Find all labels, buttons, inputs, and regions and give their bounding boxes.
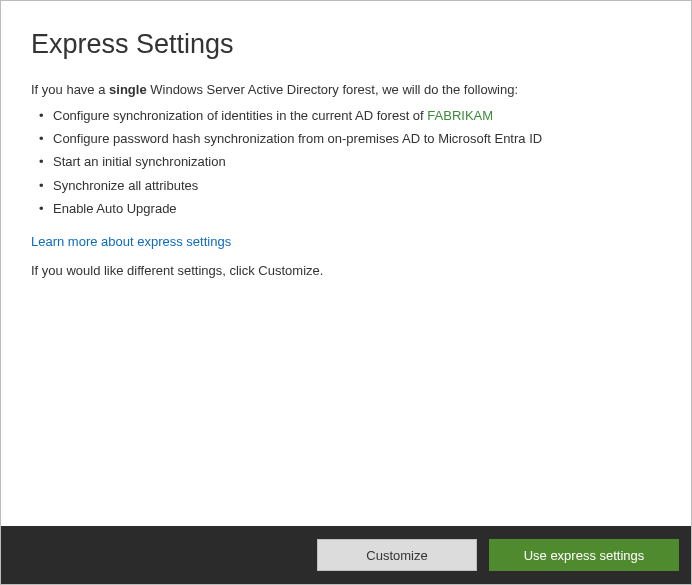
list-item: Configure synchronization of identities …	[39, 107, 659, 125]
intro-text: If you have a single Windows Server Acti…	[31, 82, 659, 97]
footer-bar: Customize Use express settings	[1, 526, 691, 584]
learn-more-link[interactable]: Learn more about express settings	[31, 234, 231, 249]
customize-note: If you would like different settings, cl…	[31, 263, 659, 278]
intro-bold: single	[109, 82, 147, 97]
list-item: Enable Auto Upgrade	[39, 200, 659, 218]
list-item: Configure password hash synchronization …	[39, 130, 659, 148]
use-express-button[interactable]: Use express settings	[489, 539, 679, 571]
intro-prefix: If you have a	[31, 82, 109, 97]
bullet-list: Configure synchronization of identities …	[31, 107, 659, 218]
bullet-prefix: Configure synchronization of identities …	[53, 108, 427, 123]
page-title: Express Settings	[31, 29, 659, 60]
list-item: Synchronize all attributes	[39, 177, 659, 195]
intro-suffix: Windows Server Active Directory forest, …	[147, 82, 518, 97]
main-content: Express Settings If you have a single Wi…	[1, 1, 691, 278]
forest-name: FABRIKAM	[427, 108, 493, 123]
customize-button[interactable]: Customize	[317, 539, 477, 571]
list-item: Start an initial synchronization	[39, 153, 659, 171]
